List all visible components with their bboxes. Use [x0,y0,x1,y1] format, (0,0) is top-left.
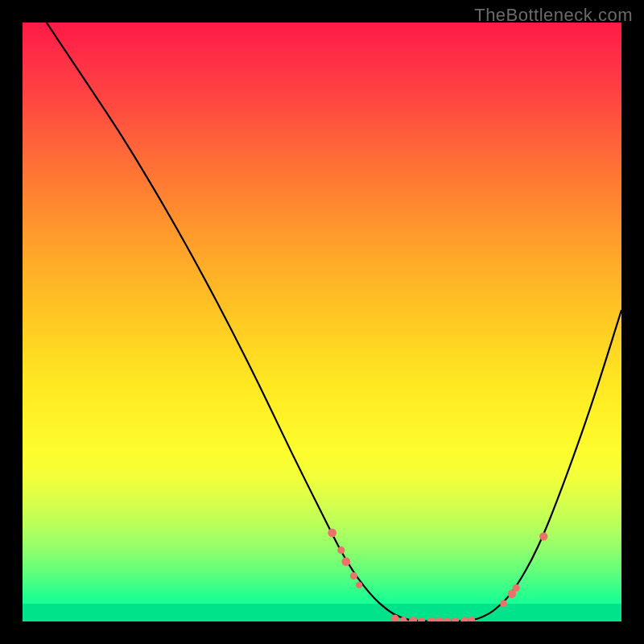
data-marker [409,617,417,621]
marker-group [328,528,547,621]
data-marker [469,617,476,621]
data-marker [356,581,362,588]
plot-area [23,23,621,621]
data-marker [427,617,436,621]
data-marker [512,584,519,592]
watermark-text: TheBottleneck.com [474,5,633,26]
data-marker [337,547,345,554]
data-marker [451,617,459,621]
data-marker [341,557,350,566]
data-marker [460,617,469,621]
data-marker [328,528,336,537]
chart-svg [23,23,621,621]
data-marker [350,572,357,580]
data-marker [500,600,507,607]
chart-frame: TheBottleneck.com [0,0,644,644]
data-marker [444,617,451,621]
data-marker [418,617,425,621]
data-marker [435,617,444,621]
data-marker [539,532,547,540]
